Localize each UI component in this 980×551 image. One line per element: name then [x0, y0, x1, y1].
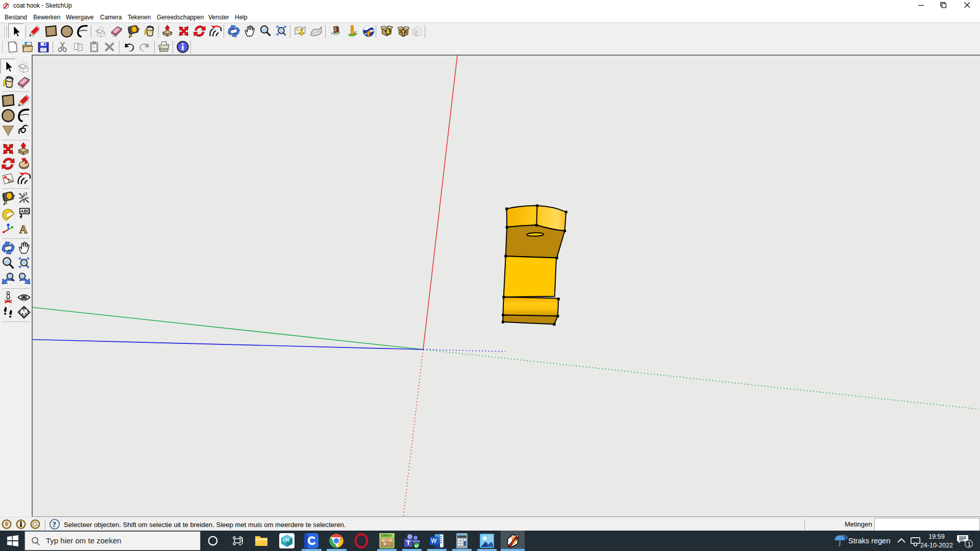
svg-text:G: G	[33, 520, 38, 528]
svg-text:SIMS4: SIMS4	[381, 534, 391, 537]
svg-text:1: 1	[968, 541, 971, 548]
svg-text:CR: CR	[283, 538, 289, 543]
svg-text:?: ?	[53, 520, 57, 529]
